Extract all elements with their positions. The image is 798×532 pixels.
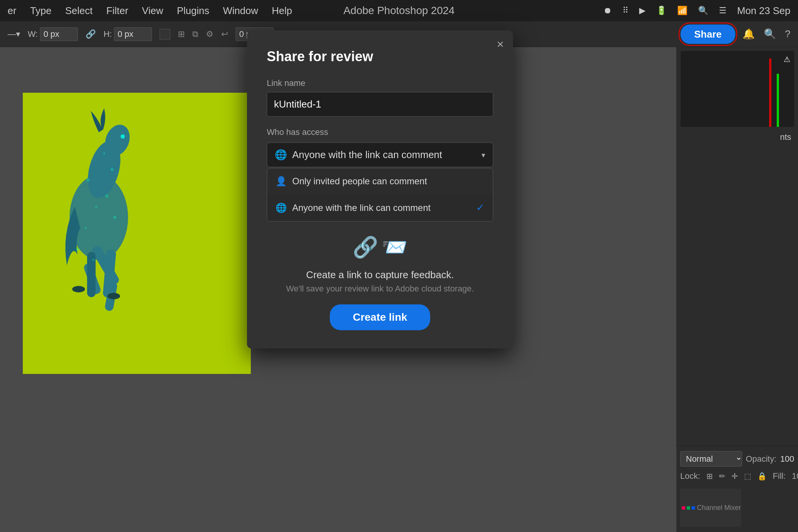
share-button[interactable]: Share xyxy=(681,24,735,44)
horse-image xyxy=(46,100,152,313)
lock-label: Lock: xyxy=(680,471,700,481)
illustration-icons: 🔗 📨 xyxy=(353,235,407,259)
svg-point-17 xyxy=(76,248,79,251)
lock-paint-icon[interactable]: ✏ xyxy=(719,472,725,481)
align-icon: ⊞ xyxy=(178,29,185,39)
channel-mixer-label: Channel Mixer xyxy=(697,504,741,512)
lock-move-icon[interactable]: ✛ xyxy=(732,472,738,481)
histogram-bar-red xyxy=(769,59,771,127)
dropdown-item-invited[interactable]: 👤 Only invited people can comment xyxy=(267,168,493,194)
access-selector-left: 🌐 Anyone with the link can comment xyxy=(275,149,442,161)
globe-dropdown-icon: 🌐 xyxy=(276,203,287,213)
create-link-button[interactable]: Create link xyxy=(330,304,430,330)
capture-subtext: We'll save your review link to Adobe clo… xyxy=(267,284,493,294)
person-icon: 👤 xyxy=(276,176,287,187)
battery-icon: 🔋 xyxy=(656,6,667,16)
canvas-background xyxy=(23,93,251,374)
bell-icon[interactable]: 🔔 xyxy=(743,28,755,40)
control-center-icon[interactable]: ☰ xyxy=(719,6,727,16)
who-access-label: Who has access xyxy=(267,127,493,137)
fill-value: 100 xyxy=(792,471,798,481)
svg-point-12 xyxy=(95,206,97,208)
help-icon[interactable]: ? xyxy=(785,28,790,40)
layers-bottom-panel: Normal Opacity: 100 Lock: ⊞ ✏ ✛ ⬚ 🔒 Fill… xyxy=(676,445,798,532)
dropdown-item-link[interactable]: 🌐 Anyone with the link can comment ✓ xyxy=(267,194,493,221)
app-title: Adobe Photoshop 2024 xyxy=(344,5,455,17)
svg-point-9 xyxy=(72,286,85,293)
play-icon: ▶ xyxy=(639,6,646,16)
dropdown-item-invited-label: Only invited people can comment xyxy=(292,176,427,187)
w-input[interactable] xyxy=(40,27,78,41)
blend-mode-row: Normal Opacity: 100 xyxy=(680,451,794,467)
access-selector[interactable]: 🌐 Anyone with the link can comment ▾ xyxy=(267,142,493,167)
toolbar-right-icons: 🔔 🔍 ? xyxy=(743,28,790,40)
svg-point-19 xyxy=(111,168,114,171)
opacity-value: 100 xyxy=(780,454,794,464)
warning-icon: ⚠ xyxy=(784,55,790,64)
wifi-icon: 📶 xyxy=(677,6,687,16)
layers-icon: ⧉ xyxy=(192,29,198,39)
dropdown-item-link-label: Anyone with the link can comment xyxy=(292,203,431,213)
menu-item-filter[interactable]: Filter xyxy=(106,5,128,17)
svg-point-8 xyxy=(120,135,125,139)
h-input[interactable] xyxy=(114,27,152,41)
svg-point-14 xyxy=(84,227,87,229)
menu-item-plugins[interactable]: Plugins xyxy=(177,5,209,17)
svg-point-16 xyxy=(92,259,95,261)
link-name-input[interactable] xyxy=(267,92,493,117)
menu-right-icons: ⏺ ⠿ ▶ 🔋 📶 🔍 ☰ Mon 23 Sep xyxy=(603,5,790,17)
svg-point-10 xyxy=(107,293,120,299)
panel-label: nts xyxy=(681,131,794,144)
lock-all-icon[interactable]: 🔒 xyxy=(757,472,767,481)
lock-transparency-icon[interactable]: ⊞ xyxy=(706,472,713,481)
link-name-label: Link name xyxy=(267,78,493,88)
menu-item-select[interactable]: Select xyxy=(65,5,93,17)
opacity-label: Opacity: xyxy=(746,454,777,464)
width-field: W: xyxy=(28,27,78,41)
svg-point-13 xyxy=(105,195,108,198)
svg-rect-7 xyxy=(87,252,95,297)
xda-logo: ■ ■ ■ xyxy=(681,504,695,512)
menu-item-type[interactable]: Type xyxy=(30,5,51,17)
height-field: H: xyxy=(103,27,152,41)
search-menu-icon[interactable]: 🔍 xyxy=(698,6,708,16)
menu-item-view[interactable]: View xyxy=(142,5,163,17)
modal-title: Share for review xyxy=(267,49,493,65)
menu-item-window[interactable]: Window xyxy=(223,5,258,17)
histogram-bar-green xyxy=(777,74,779,127)
selected-access-text: Anyone with the link can comment xyxy=(292,149,442,161)
layer-selector-arrow: —▾ xyxy=(8,29,20,39)
corner-icon: ↩ xyxy=(221,29,228,39)
dots-icon: ⠿ xyxy=(622,6,629,16)
layer-selector[interactable]: —▾ xyxy=(8,29,20,39)
chevron-down-icon: ▾ xyxy=(481,150,485,160)
svg-point-15 xyxy=(113,216,116,219)
modal-illustration: 🔗 📨 xyxy=(267,235,493,261)
svg-point-11 xyxy=(87,179,90,182)
link-illus-icon: 🔗 xyxy=(353,235,378,259)
gear-icon[interactable]: ⚙ xyxy=(206,29,214,39)
record-icon: ⏺ xyxy=(603,6,612,16)
w-label: W: xyxy=(28,29,38,39)
share-button-wrapper: Share xyxy=(679,22,737,46)
link-icon: 🔗 xyxy=(86,29,96,39)
capture-text: Create a link to capture feedback. xyxy=(267,269,493,281)
blend-mode-select[interactable]: Normal xyxy=(680,451,742,467)
menu-bar: er Type Select Filter View Plugins Windo… xyxy=(0,0,798,21)
menu-item-help[interactable]: Help xyxy=(272,5,292,17)
xda-watermark: ■ ■ ■ Channel Mixer xyxy=(680,489,741,527)
h-label: H: xyxy=(103,29,112,39)
access-dropdown: 👤 Only invited people can comment 🌐 Anyo… xyxy=(267,168,493,222)
datetime: Mon 23 Sep xyxy=(737,5,790,17)
menu-item-er[interactable]: er xyxy=(8,5,16,17)
send-illus-icon: 📨 xyxy=(382,235,407,259)
svg-point-18 xyxy=(103,152,105,155)
histogram-panel: ⚠ xyxy=(681,51,794,127)
globe-icon: 🌐 xyxy=(275,149,287,161)
fill-square-icon xyxy=(160,29,170,40)
search-toolbar-icon[interactable]: 🔍 xyxy=(764,28,776,40)
share-modal[interactable]: × Share for review Link name Who has acc… xyxy=(247,30,513,348)
lock-row: Lock: ⊞ ✏ ✛ ⬚ 🔒 Fill: 100 xyxy=(680,471,794,481)
lock-artboard-icon[interactable]: ⬚ xyxy=(744,472,751,481)
close-button[interactable]: × xyxy=(497,38,504,50)
